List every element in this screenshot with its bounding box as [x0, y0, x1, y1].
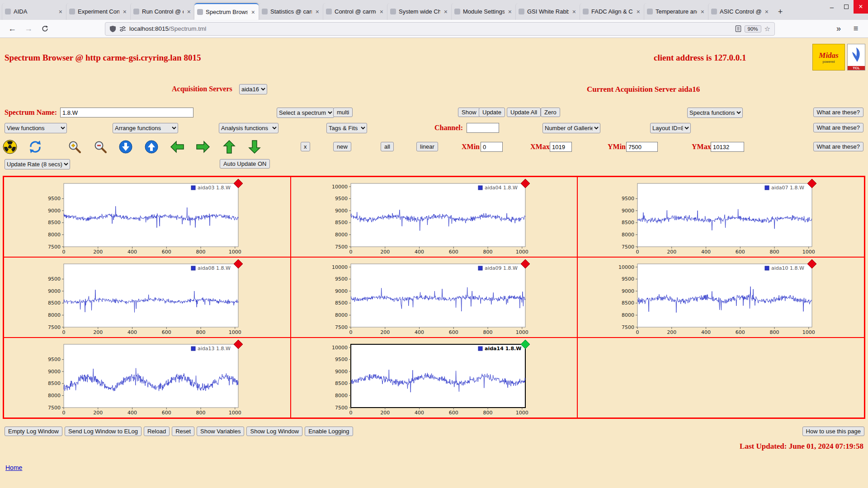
browser-tab[interactable]: Temperature and×	[644, 3, 708, 20]
xmin-input[interactable]	[481, 142, 503, 152]
url-text[interactable]: localhost:8015/Spectrum.tml	[129, 25, 206, 32]
footer-button[interactable]: Send Log Window to ELog	[65, 427, 142, 436]
what-are-these-button-3[interactable]: What are these?	[813, 142, 863, 151]
ymax-input[interactable]	[711, 142, 744, 152]
spectrum-plot[interactable]: 1000095009000850080007500020040060080010…	[291, 177, 576, 257]
zoom-out-icon[interactable]	[93, 140, 108, 154]
footer-button[interactable]: Show Log Window	[246, 427, 302, 436]
new-button[interactable]: new	[333, 142, 351, 151]
connection-settings-icon[interactable]	[119, 26, 126, 32]
tab-close-icon[interactable]: ×	[58, 8, 63, 15]
how-to-use-button[interactable]: How to use this page	[802, 427, 864, 436]
reader-mode-icon[interactable]	[735, 25, 741, 32]
spectrum-cell-aida14[interactable]: 1000095009000850080007500020040060080010…	[291, 338, 578, 418]
footer-button[interactable]: Reload	[144, 427, 170, 436]
spectrum-plot[interactable]: 1000095009000850080007500020040060080010…	[291, 258, 576, 338]
bookmark-star-icon[interactable]: ☆	[764, 25, 770, 33]
spectrum-plot[interactable]: 9500900085008000750002004006008001000aid…	[4, 338, 289, 418]
move-down-icon[interactable]	[247, 140, 262, 154]
layout-id-dropdown[interactable]: Layout ID=8	[650, 123, 691, 133]
channel-input[interactable]	[467, 123, 499, 133]
what-are-these-button-1[interactable]: What are these?	[813, 108, 863, 117]
spectrum-plot[interactable]: 9500900085008000750002004006008001000aid…	[4, 258, 289, 338]
update-all-button[interactable]: Update All	[507, 108, 541, 117]
spectrum-cell-aida03[interactable]: 9500900085008000750002004006008001000aid…	[4, 177, 291, 257]
refresh-button[interactable]	[38, 22, 52, 36]
acquisition-server-select[interactable]: aida16	[239, 84, 267, 94]
browser-tab[interactable]: Statistics @ carn×	[259, 3, 323, 20]
auto-update-button[interactable]: Auto Update ON	[220, 159, 270, 169]
shield-icon[interactable]	[109, 25, 116, 33]
tab-close-icon[interactable]: ×	[443, 8, 448, 15]
spectrum-cell-aida10[interactable]: 1000095009000850080007500020040060080010…	[577, 257, 864, 338]
close-button[interactable]: ×	[854, 0, 868, 14]
ymin-input[interactable]	[626, 142, 658, 152]
browser-tab[interactable]: FADC Align & Co×	[580, 3, 644, 20]
select-spectrum-dropdown[interactable]: Select a spectrum	[277, 108, 334, 118]
tags-fits-dropdown[interactable]: Tags & Fits	[326, 123, 367, 133]
move-left-icon[interactable]	[170, 140, 184, 154]
spectrum-plot[interactable]: 1000095009000850080007500020040060080010…	[291, 338, 576, 418]
browser-tab[interactable]: Spectrum Brows×	[194, 3, 259, 20]
spectra-functions-dropdown[interactable]: Spectra functions	[687, 108, 743, 118]
view-functions-dropdown[interactable]: View functions	[5, 123, 67, 133]
spectrum-plot[interactable]: 9500900085008000750002004006008001000aid…	[4, 177, 289, 257]
browser-tab[interactable]: System wide Che×	[387, 3, 451, 20]
spectrum-plot[interactable]: 9500900085008000750002004006008001000aid…	[578, 177, 863, 257]
move-right-icon[interactable]	[196, 140, 210, 154]
zoom-level-button[interactable]: 90%	[745, 25, 761, 33]
update-rate-dropdown[interactable]: Update Rate (8 secs)	[5, 159, 70, 169]
spectrum-cell-aida08[interactable]: 9500900085008000750002004006008001000aid…	[4, 257, 291, 338]
update-button[interactable]: Update	[479, 108, 505, 117]
tab-close-icon[interactable]: ×	[571, 8, 577, 15]
expand-y-icon[interactable]	[118, 140, 133, 154]
home-link[interactable]: Home	[5, 464, 22, 471]
menu-hamburger-icon[interactable]: ≡	[849, 22, 863, 36]
analysis-functions-dropdown[interactable]: Analysis functions	[219, 123, 278, 133]
footer-button[interactable]: Enable Logging	[305, 427, 353, 436]
spectrum-cell-aida13[interactable]: 9500900085008000750002004006008001000aid…	[4, 338, 291, 418]
tab-close-icon[interactable]: ×	[507, 8, 513, 15]
show-button[interactable]: Show	[458, 108, 480, 117]
browser-tab[interactable]: ASIC Control @ l×	[708, 3, 772, 20]
what-are-these-button-2[interactable]: What are these?	[813, 123, 863, 132]
address-bar[interactable]: localhost:8015/Spectrum.tml 90% ☆	[105, 22, 775, 36]
tab-close-icon[interactable]: ×	[379, 8, 384, 15]
multi-button[interactable]: multi	[333, 108, 353, 117]
tab-close-icon[interactable]: ×	[186, 8, 192, 15]
move-up-icon[interactable]	[222, 140, 236, 154]
browser-tab[interactable]: Run Control @ c×	[130, 3, 194, 20]
refresh-spectra-icon[interactable]	[28, 140, 42, 154]
tab-close-icon[interactable]: ×	[122, 8, 127, 15]
tab-close-icon[interactable]: ×	[700, 8, 705, 15]
zoom-in-icon[interactable]	[67, 140, 82, 154]
extensions-overflow-icon[interactable]: »	[832, 22, 845, 36]
radiation-icon[interactable]	[3, 140, 17, 154]
browser-tab[interactable]: Module Settings×	[451, 3, 515, 20]
back-button[interactable]: ←	[5, 22, 19, 36]
spectrum-cell-aida07[interactable]: 9500900085008000750002004006008001000aid…	[577, 177, 864, 257]
tab-close-icon[interactable]: ×	[250, 9, 256, 16]
browser-tab[interactable]: Experiment Contr×	[66, 3, 130, 20]
number-of-galleries-dropdown[interactable]: Number of Galleries	[542, 123, 600, 133]
shrink-y-icon[interactable]	[144, 140, 159, 154]
minimize-button[interactable]: –	[825, 0, 839, 14]
arrange-functions-dropdown[interactable]: Arrange functions	[113, 123, 178, 133]
zero-button[interactable]: Zero	[541, 108, 560, 117]
spectrum-name-input[interactable]	[60, 108, 193, 117]
xmax-input[interactable]	[550, 142, 572, 152]
maximize-button[interactable]	[839, 0, 854, 14]
new-tab-button[interactable]: +	[774, 5, 787, 19]
browser-tab[interactable]: Control @ carme×	[323, 3, 387, 20]
forward-button[interactable]: →	[22, 22, 35, 36]
spectrum-cell-aida04[interactable]: 1000095009000850080007500020040060080010…	[291, 177, 578, 257]
spectrum-plot[interactable]: 1000095009000850080007500020040060080010…	[578, 258, 863, 338]
tab-close-icon[interactable]: ×	[764, 8, 769, 15]
x-button[interactable]: x	[301, 142, 310, 151]
footer-button[interactable]: Reset	[172, 427, 194, 436]
spectrum-cell-aida09[interactable]: 1000095009000850080007500020040060080010…	[291, 257, 578, 338]
linear-button[interactable]: linear	[416, 142, 438, 151]
footer-button[interactable]: Empty Log Window	[5, 427, 62, 436]
all-button[interactable]: all	[381, 142, 394, 151]
footer-button[interactable]: Show Variables	[197, 427, 244, 436]
